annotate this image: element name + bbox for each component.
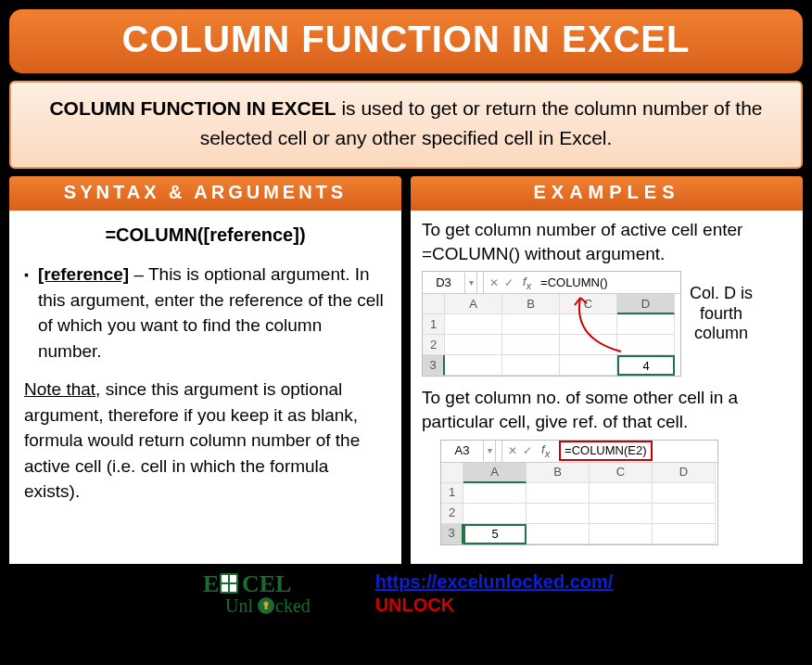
svg-text:Unl: Unl (225, 595, 253, 616)
syntax-formula: =COLUMN([reference]) (24, 222, 387, 249)
name-box: D3 (423, 273, 465, 293)
formula-bar: D3 ▾ ✕ ✓ fx =COLUMN() (423, 272, 680, 294)
syntax-column: SYNTAX & ARGUMENTS =COLUMN([reference]) … (9, 176, 401, 564)
cell (560, 355, 617, 376)
cell (502, 335, 560, 355)
fx-label-icon: fx (519, 274, 535, 292)
dropdown-icon: ▾ (484, 444, 495, 457)
accept-icon: ✓ (504, 275, 514, 290)
row-header: 2 (441, 504, 463, 524)
cell (463, 483, 527, 504)
cell (502, 355, 560, 376)
col-header: A (445, 294, 502, 314)
col-header: B (527, 463, 590, 483)
corner-cell (441, 463, 463, 483)
corner-cell (423, 294, 445, 314)
formula-text: =COLUMN(E2) (553, 439, 717, 463)
svg-rect-2 (222, 575, 228, 582)
svg-rect-5 (230, 584, 236, 592)
row-header: 2 (423, 335, 445, 355)
cell (527, 524, 590, 544)
row-header-active: 3 (441, 524, 463, 544)
cell (560, 335, 617, 355)
cell (502, 314, 560, 335)
row-header-active: 3 (423, 355, 445, 376)
examples-body: To get column number of active cell ente… (411, 211, 803, 564)
example2-sheet: A3 ▾ ✕ ✓ fx =COLUMN(E2) A B C D 1 (440, 440, 718, 545)
cell-selected: 5 (463, 524, 527, 544)
col-header: B (502, 294, 560, 314)
cell (463, 504, 527, 524)
syntax-note: Note that, since this argument is option… (24, 377, 387, 505)
syntax-body: =COLUMN([reference]) ▪ [reference] – Thi… (9, 211, 401, 564)
footer: E CEL Unl cked https://excelunlocked.com… (9, 569, 803, 618)
fx-icons: ✕ ✓ (484, 275, 519, 290)
argument-text: [reference] – This is optional argument.… (38, 262, 387, 364)
footer-url-link[interactable]: https://excelunlocked.com/ (375, 571, 614, 592)
formula-highlight: =COLUMN(E2) (559, 441, 653, 461)
note-label: Note that (24, 379, 95, 399)
example1-sidenote: Col. D is fourth column (687, 265, 755, 344)
bullet-icon: ▪ (24, 262, 29, 364)
formula-text: =COLUMN() (535, 273, 680, 293)
unlock-label: UNLOCK (375, 595, 614, 616)
col-header: C (560, 294, 617, 314)
col-header-active: A (463, 463, 527, 483)
cell (590, 483, 653, 504)
separator (476, 272, 484, 293)
col-header: C (590, 463, 653, 483)
formula-bar: A3 ▾ ✕ ✓ fx =COLUMN(E2) (441, 441, 717, 463)
col-header-active: D (617, 294, 675, 314)
grid-ex1: A B C D 1 2 3 4 (423, 294, 680, 376)
page-title: COLUMN FUNCTION IN EXCEL (9, 19, 803, 60)
example1-wrap: D3 ▾ ✕ ✓ fx =COLUMN() A B (422, 265, 792, 386)
grid-ex2: A B C D 1 2 3 5 (441, 463, 717, 544)
example1-text: To get column number of active cell ente… (422, 218, 792, 265)
examples-column: EXAMPLES To get column number of active … (411, 176, 803, 564)
cell (653, 483, 716, 504)
cell (653, 504, 716, 524)
cell (590, 524, 653, 544)
footer-text: https://excelunlocked.com/ UNLOCK (375, 571, 614, 616)
examples-header: EXAMPLES (411, 176, 803, 211)
row-header: 1 (423, 314, 445, 335)
cell (445, 355, 502, 376)
fx-label-icon: fx (538, 441, 553, 460)
svg-text:cked: cked (275, 595, 311, 616)
syntax-header: SYNTAX & ARGUMENTS (9, 176, 401, 211)
cell (590, 504, 653, 524)
description-box: COLUMN FUNCTION IN EXCEL is used to get … (9, 81, 803, 169)
svg-rect-3 (230, 575, 236, 582)
cell (653, 524, 716, 544)
accept-icon: ✓ (523, 443, 532, 458)
col-header: D (653, 463, 716, 483)
cell (617, 314, 675, 335)
title-banner: COLUMN FUNCTION IN EXCEL (9, 9, 803, 73)
svg-text:E: E (203, 570, 219, 597)
fx-icons: ✕ ✓ (502, 443, 538, 458)
description-bold: COLUMN FUNCTION IN EXCEL (49, 97, 336, 119)
cancel-icon: ✕ (508, 443, 517, 458)
svg-rect-4 (222, 584, 228, 592)
cell-selected: 4 (617, 355, 675, 376)
cell (560, 314, 617, 335)
argument-label: [reference] (38, 264, 129, 284)
excel-unlocked-logo: E CEL Unl cked (199, 569, 348, 618)
dropdown-icon: ▾ (465, 276, 476, 289)
cell (445, 335, 502, 355)
content-columns: SYNTAX & ARGUMENTS =COLUMN([reference]) … (9, 176, 803, 564)
separator (495, 441, 502, 462)
svg-text:CEL: CEL (242, 570, 291, 597)
example1-sheet: D3 ▾ ✕ ✓ fx =COLUMN() A B (422, 271, 681, 377)
cell (617, 335, 675, 355)
name-box: A3 (441, 441, 484, 461)
row-header: 1 (441, 483, 463, 504)
cell (445, 314, 502, 335)
argument-item: ▪ [reference] – This is optional argumen… (24, 262, 387, 364)
cancel-icon: ✕ (489, 275, 499, 290)
cell (527, 483, 590, 504)
cell (527, 504, 590, 524)
svg-rect-10 (264, 605, 267, 609)
example2-text: To get column no. of some other cell in … (422, 386, 792, 433)
